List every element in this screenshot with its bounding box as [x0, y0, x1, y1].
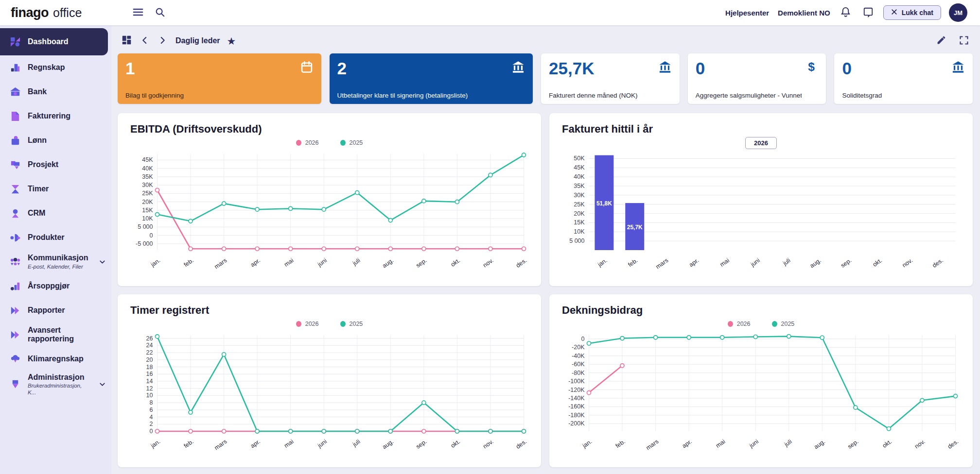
sidebar-item-kommunikasjon[interactable]: KommunikasjonE-post, Kalender, Filer	[0, 250, 111, 274]
svg-text:15K: 15K	[574, 219, 585, 226]
close-chat-label: Lukk chat	[902, 9, 933, 17]
legend-item-2025[interactable]: 2025	[772, 321, 795, 327]
bank-icon	[951, 60, 965, 74]
sidebar-item-label: Lønn	[28, 136, 47, 145]
menu-button[interactable]	[130, 4, 146, 21]
chart-title: Fakturert hittil i år	[562, 123, 962, 135]
svg-text:feb.: feb.	[614, 438, 627, 449]
sidebar-item-timer[interactable]: Timer	[0, 177, 111, 201]
app-logo[interactable]: finago office	[11, 5, 82, 20]
kpi-card-utbetalinger[interactable]: 2 Utbetalinger klare til signering (beta…	[330, 53, 533, 104]
legend-dot	[728, 321, 733, 327]
legend-label: 2026	[305, 139, 319, 146]
svg-text:mai: mai	[283, 257, 295, 268]
sidebar-item-label: Regnskap	[28, 63, 65, 72]
search-button[interactable]	[153, 5, 167, 21]
sidebar-item-prosjekt[interactable]: Prosjekt	[0, 152, 111, 177]
sidebar-item-label: Avansert rapportering	[28, 326, 106, 344]
svg-text:15K: 15K	[142, 207, 153, 214]
svg-text:apr.: apr.	[249, 257, 262, 268]
svg-text:mars: mars	[645, 438, 660, 451]
sidebar-item-label: Timer	[28, 185, 49, 193]
sidebar-item-rapporter[interactable]: Rapporter	[0, 298, 111, 322]
sidebar-item-klimaregnskap[interactable]: Klimaregnskap	[0, 347, 111, 371]
svg-text:sep.: sep.	[415, 438, 428, 450]
chevron-left-icon	[140, 36, 149, 46]
legend-label: 2025	[781, 321, 795, 327]
edit-dashboard-button[interactable]	[934, 33, 948, 49]
svg-text:apr.: apr.	[249, 438, 262, 449]
notifications-button[interactable]	[838, 4, 853, 21]
legend-item-2025[interactable]: 2025	[340, 139, 363, 146]
sidebar-item-label: Bank	[28, 87, 47, 96]
sidebar-item-crm[interactable]: CRM	[0, 201, 111, 225]
page-title: Daglig leder	[175, 36, 220, 45]
kpi-card-soliditetsgrad[interactable]: 0 Soliditetsgrad	[834, 53, 973, 104]
sidebar-item-fakturering[interactable]: Fakturering	[0, 104, 111, 128]
client-selector[interactable]: Demoklient NO	[778, 9, 830, 17]
svg-text:20: 20	[146, 356, 153, 363]
svg-text:juli: juli	[783, 438, 793, 448]
kpi-card-salgsmuligheter[interactable]: 0 $ Aggregerte salgsmuligheter - Vunnet …	[688, 53, 826, 104]
chevron-down-icon[interactable]	[98, 258, 106, 266]
pencil-icon	[936, 35, 946, 47]
chart-bars-icon	[10, 62, 21, 73]
svg-text:40K: 40K	[574, 173, 585, 180]
legend-item-2025[interactable]: 2025	[340, 321, 363, 327]
dashboard-icon	[10, 36, 21, 48]
legend-item-2026[interactable]: 2026	[728, 321, 751, 327]
sidebar-item-regnskap[interactable]: Regnskap	[0, 55, 111, 80]
help-center-link[interactable]: Hjelpesenter	[725, 9, 769, 17]
favorite-star-icon[interactable]: ★	[227, 36, 236, 46]
kpi-value: 25,7K	[549, 58, 672, 79]
kpi-value: 1	[125, 58, 314, 79]
svg-text:-20K: -20K	[572, 344, 585, 351]
timer-plot: 26242220181614121086420jan.feb.marsapr.m…	[128, 331, 530, 454]
sidebar-item-label: Klimaregnskap	[28, 355, 84, 363]
year-end-icon	[10, 281, 21, 292]
sidebar-item-administrasjon[interactable]: AdministrasjonBrukeradministrasjon, K...	[0, 371, 111, 398]
svg-text:mai: mai	[715, 438, 727, 449]
svg-text:25,7K: 25,7K	[627, 224, 643, 231]
kpi-label: Aggregerte salgsmuligheter - Vunnet el..…	[696, 92, 802, 99]
svg-text:-100K: -100K	[568, 378, 585, 385]
fullscreen-button[interactable]	[957, 33, 971, 49]
next-dashboard-button[interactable]	[156, 34, 169, 48]
close-chat-button[interactable]: Lukk chat	[883, 5, 941, 20]
svg-text:18: 18	[146, 364, 153, 371]
advanced-reports-icon	[10, 329, 21, 340]
chat-panel-button[interactable]	[861, 5, 875, 21]
main-content: Daglig leder ★ 1	[111, 25, 980, 474]
sidebar-item-rsoppgj-r[interactable]: Årsoppgjør	[0, 274, 111, 298]
prev-dashboard-button[interactable]	[139, 34, 151, 48]
sidebar-nav: DashboardRegnskapBankFaktureringLønnPros…	[0, 28, 111, 398]
bank-icon	[511, 60, 525, 74]
sidebar-item-bank[interactable]: Bank	[0, 80, 111, 104]
chevron-down-icon[interactable]	[98, 380, 106, 389]
kpi-card-bilag[interactable]: 1 Bilag til godkjenning	[118, 53, 321, 104]
svg-text:-120K: -120K	[568, 387, 585, 393]
charts-grid: EBITDA (Driftsoverskudd)2026202545K40K35…	[118, 113, 973, 467]
sidebar-item-label: Årsoppgjør	[28, 282, 70, 290]
kpi-value: 2	[337, 58, 525, 79]
sidebar-item-l-nn[interactable]: Lønn	[0, 128, 111, 152]
svg-text:14: 14	[146, 378, 153, 385]
svg-text:juli: juli	[351, 257, 361, 267]
year-filter-button[interactable]: 2026	[745, 137, 777, 149]
sidebar-item-produkter[interactable]: Produkter	[0, 225, 111, 250]
close-icon	[891, 9, 897, 17]
svg-text:0: 0	[150, 232, 153, 239]
svg-text:51,8K: 51,8K	[596, 200, 612, 207]
svg-text:apr.: apr.	[681, 438, 693, 449]
grid-icon	[122, 35, 132, 47]
sidebar-item-dashboard[interactable]: Dashboard	[0, 28, 108, 55]
products-icon	[10, 232, 21, 243]
avatar[interactable]: JM	[949, 3, 967, 22]
legend-item-2026[interactable]: 2026	[296, 321, 319, 327]
legend-item-2026[interactable]: 2026	[296, 139, 319, 146]
kpi-card-fakturert[interactable]: 25,7K Fakturert denne måned (NOK)	[541, 53, 680, 104]
svg-text:aug.: aug.	[381, 438, 395, 450]
chart-title: Dekningsbidrag	[562, 304, 962, 317]
dashboard-layout-button[interactable]	[120, 33, 134, 49]
sidebar-item-avansert-rapportering[interactable]: Avansert rapportering	[0, 322, 111, 347]
